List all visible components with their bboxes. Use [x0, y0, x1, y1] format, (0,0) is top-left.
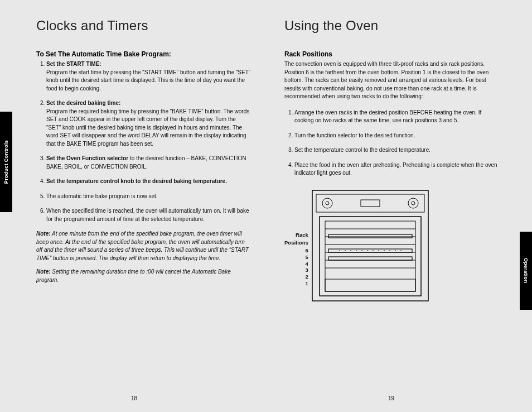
- svg-point-28: [395, 250, 396, 251]
- step-body: Program the start time by pressing the “…: [46, 69, 251, 93]
- right-title: Using the Oven: [284, 18, 499, 33]
- svg-point-25: [378, 250, 379, 251]
- rack-num-4: 4: [284, 261, 308, 267]
- step-head: Set the desired baking time:: [46, 100, 120, 106]
- svg-rect-15: [328, 234, 412, 238]
- step-plain: Set the temperature control to the desir…: [294, 147, 431, 153]
- svg-rect-30: [325, 279, 415, 291]
- page-spread: Clocks and Timers To Set The Automatic T…: [36, 18, 499, 301]
- rack-label-line2: Positions: [284, 239, 308, 246]
- step-plain: Place the food in the oven after preheat…: [294, 162, 497, 176]
- svg-point-5: [412, 202, 415, 205]
- svg-rect-0: [312, 190, 428, 301]
- left-note-2: Note: Setting the remaining duration tim…: [36, 268, 251, 284]
- svg-point-23: [367, 250, 368, 251]
- right-steps: Arrange the oven racks in the desired po…: [284, 109, 499, 178]
- step-plain: When the specified time is reached, the …: [46, 208, 249, 222]
- side-tab-product-controls: Product Controls: [0, 112, 12, 212]
- right-step-1: Arrange the oven racks in the desired po…: [294, 109, 499, 125]
- side-tab-operation: Operation: [520, 232, 532, 310]
- svg-rect-8: [325, 221, 415, 291]
- step-plain: The automatic time bake program is now s…: [46, 193, 158, 199]
- svg-rect-7: [320, 217, 421, 296]
- svg-point-3: [326, 202, 329, 205]
- right-subtitle: Rack Positions: [284, 50, 499, 58]
- page-number-right: 19: [388, 395, 394, 401]
- step-head: Set the START TIME:: [46, 61, 101, 67]
- left-step-6: When the specified time is reached, the …: [46, 207, 251, 223]
- rack-label-line1: Rack: [284, 232, 308, 238]
- svg-point-2: [322, 198, 332, 208]
- page-number-left: 18: [131, 395, 137, 401]
- step-head: Set the temperature control knob to the …: [46, 178, 227, 184]
- right-column: Using the Oven Rack Positions The convec…: [284, 18, 499, 301]
- rack-num-2: 2: [284, 274, 308, 280]
- right-step-3: Set the temperature control to the desir…: [294, 146, 499, 155]
- left-step-5: The automatic time bake program is now s…: [46, 193, 251, 201]
- note-body: At one minute from the end of the specif…: [36, 231, 249, 261]
- svg-point-24: [373, 250, 374, 251]
- left-note-1: Note: At one minute from the end of the …: [36, 230, 251, 262]
- rack-num-5: 5: [284, 254, 308, 261]
- svg-point-21: [356, 250, 357, 251]
- oven-diagram: Rack Positions 6 5 4 3 2 1: [284, 190, 499, 301]
- left-step-3: Set the Oven Function selector to the de…: [46, 155, 251, 171]
- rack-num-6: 6: [284, 247, 308, 254]
- left-steps: Set the START TIME: Program the start ti…: [36, 60, 251, 223]
- left-column: Clocks and Timers To Set The Automatic T…: [36, 18, 251, 301]
- left-step-4: Set the temperature control knob to the …: [46, 178, 251, 186]
- step-body: Program the required baking time by pres…: [46, 108, 251, 148]
- note-body: Setting the remaining duration time to :…: [36, 269, 231, 283]
- svg-point-19: [345, 250, 346, 251]
- left-subtitle: To Set The Automatic Time Bake Program:: [36, 50, 251, 58]
- rack-num-1: 1: [284, 280, 308, 287]
- svg-point-22: [361, 250, 362, 251]
- rack-num-3: 3: [284, 267, 308, 274]
- step-plain: Arrange the oven racks in the desired po…: [294, 109, 481, 124]
- right-step-4: Place the food in the oven after preheat…: [294, 161, 499, 178]
- svg-rect-17: [328, 257, 412, 260]
- svg-rect-16: [328, 249, 412, 252]
- right-step-2: Turn the function selector to the desire…: [294, 132, 499, 140]
- step-plain: Turn the function selector to the desire…: [294, 132, 415, 138]
- rack-position-labels: Rack Positions 6 5 4 3 2 1: [284, 204, 308, 287]
- svg-rect-6: [361, 200, 380, 207]
- svg-point-29: [400, 250, 402, 251]
- side-tab-left-label: Product Controls: [3, 140, 9, 184]
- note-label: Note:: [36, 231, 51, 237]
- left-step-1: Set the START TIME: Program the start ti…: [46, 60, 251, 93]
- step-head: Set the Oven Function selector: [46, 155, 128, 161]
- left-title: Clocks and Timers: [36, 18, 251, 33]
- svg-point-27: [389, 250, 390, 251]
- note-label: Note:: [36, 269, 51, 275]
- left-step-2: Set the desired baking time: Program the…: [46, 99, 251, 148]
- svg-point-18: [339, 250, 340, 251]
- svg-point-4: [408, 198, 418, 208]
- side-tab-right-label: Operation: [523, 258, 529, 283]
- svg-point-20: [350, 250, 351, 251]
- svg-point-26: [384, 250, 385, 251]
- right-intro: The convection oven is equipped with thr…: [284, 60, 499, 101]
- oven-illustration: [312, 190, 429, 301]
